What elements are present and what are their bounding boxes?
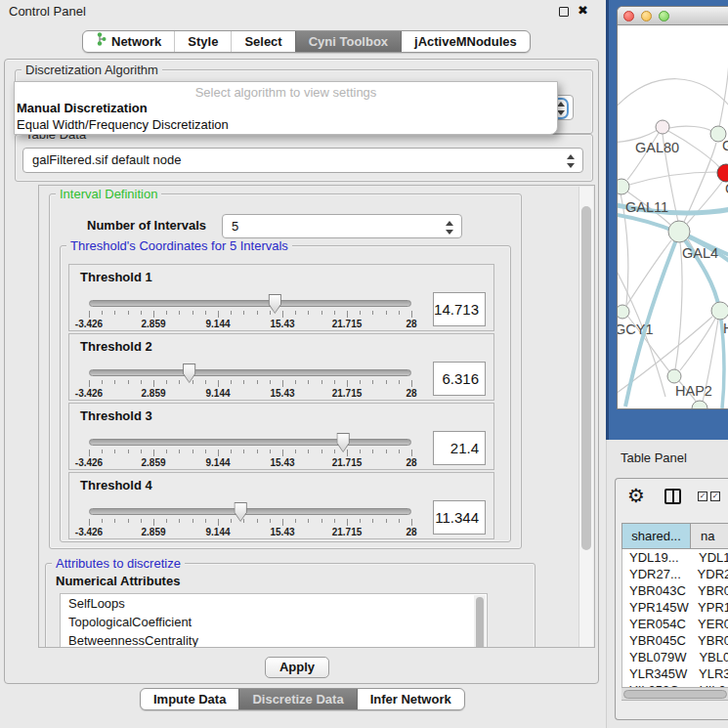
h-node[interactable] bbox=[711, 302, 728, 320]
table-row[interactable]: YBR043CYBR0 bbox=[622, 582, 728, 599]
table-cell-name: YDR2 bbox=[690, 566, 728, 582]
tick-mark bbox=[270, 519, 271, 523]
hap2-node[interactable] bbox=[667, 369, 681, 383]
tick-mark bbox=[89, 450, 90, 456]
tab-impute-data[interactable]: Impute Data bbox=[141, 689, 238, 709]
tick-label: 21.715 bbox=[332, 319, 363, 329]
table-row[interactable]: YDL19...YDL1 bbox=[622, 549, 728, 566]
scrollbar-thumb[interactable] bbox=[581, 206, 591, 550]
scrollbar-thumb[interactable] bbox=[476, 597, 484, 648]
threshold-value-field[interactable]: 21.4 bbox=[433, 431, 486, 465]
horizontal-scrollbar[interactable] bbox=[621, 687, 728, 701]
tick-mark bbox=[128, 450, 129, 453]
checkbox-icon[interactable]: ✓ bbox=[698, 492, 707, 501]
tick-mark bbox=[257, 380, 258, 384]
tab-style[interactable]: Style bbox=[174, 31, 231, 52]
zoom-button[interactable] bbox=[659, 11, 669, 21]
threshold-value-field[interactable]: 14.713 bbox=[433, 292, 486, 326]
tick-mark bbox=[179, 519, 180, 523]
algorithm-popup: Select algorithm to view settingsManual … bbox=[14, 81, 558, 135]
attribute-list-item[interactable]: SelfLoops bbox=[61, 594, 487, 613]
vertical-scrollbar[interactable] bbox=[578, 187, 593, 647]
scrollbar-thumb[interactable] bbox=[623, 690, 727, 699]
numerical-attributes-list[interactable]: SelfLoopsTopologicalCoefficientBetweenne… bbox=[60, 593, 488, 648]
network-edge[interactable] bbox=[680, 319, 715, 370]
column-header-shared[interactable]: shared... bbox=[621, 523, 691, 549]
table-header: shared... na bbox=[621, 523, 728, 549]
tick-label: 2.859 bbox=[141, 388, 165, 399]
threshold-block: Threshold 4-3.4262.8599.14415.4321.71528… bbox=[68, 472, 494, 539]
close-icon[interactable]: ✖ bbox=[578, 3, 588, 18]
table-row[interactable]: YBL079WYBL0 bbox=[622, 649, 728, 665]
window-titlebar[interactable] bbox=[618, 7, 728, 25]
popup-option[interactable]: Equal Width/Frequency Discretization bbox=[15, 116, 557, 133]
float-window-icon[interactable] bbox=[559, 7, 569, 17]
slider-ticks bbox=[89, 311, 411, 319]
column-header-name[interactable]: na bbox=[691, 523, 728, 549]
thresholds-group: Threshold's Coordinates for 5 Intervals … bbox=[60, 245, 511, 542]
gear-icon[interactable]: ⚙ bbox=[627, 484, 645, 507]
threshold-value-field[interactable]: 6.316 bbox=[433, 362, 486, 396]
tick-mark bbox=[231, 311, 232, 315]
tick-mark bbox=[386, 519, 387, 523]
table-row[interactable]: YER054CYER0 bbox=[622, 616, 728, 632]
network-edge[interactable] bbox=[629, 172, 717, 185]
apply-button[interactable]: Apply bbox=[265, 657, 329, 678]
columns-icon[interactable] bbox=[664, 489, 681, 504]
threshold-value-field[interactable]: 11.344 bbox=[433, 500, 486, 535]
tab-select[interactable]: Select bbox=[231, 31, 294, 52]
table-row[interactable]: YLR345WYLR3 bbox=[622, 665, 728, 682]
minimize-button[interactable] bbox=[641, 11, 652, 21]
gal4-node[interactable] bbox=[668, 221, 690, 242]
table-row[interactable]: YDR27...YDR2 bbox=[622, 566, 728, 582]
tab-jactivemnodules[interactable]: jActiveMNodules bbox=[401, 31, 530, 52]
tick-mark bbox=[166, 450, 167, 453]
tab-label: Style bbox=[188, 31, 218, 52]
tick-mark bbox=[295, 450, 296, 453]
network-edge[interactable] bbox=[675, 242, 682, 369]
tick-mark bbox=[179, 380, 180, 384]
tab-network[interactable]: Network bbox=[83, 31, 174, 52]
close-button[interactable] bbox=[623, 11, 634, 21]
numerical-attributes-label: Numerical Attributes bbox=[56, 574, 180, 588]
gal80-node[interactable] bbox=[656, 120, 669, 134]
popup-option[interactable]: Manual Discretization bbox=[15, 100, 557, 116]
network-edge[interactable] bbox=[669, 126, 711, 131]
tick-mark bbox=[282, 450, 283, 456]
tick-mark bbox=[321, 450, 322, 453]
tab-infer-network[interactable]: Infer Network bbox=[357, 689, 464, 709]
bottom-node[interactable] bbox=[692, 401, 707, 409]
table-row[interactable]: YBR045CYBR0 bbox=[622, 632, 728, 649]
number-of-intervals-combobox[interactable]: 5 bbox=[222, 214, 462, 238]
tick-mark bbox=[179, 311, 180, 315]
bottom-tabbar: Impute DataDiscretize DataInfer Network bbox=[140, 688, 465, 710]
tick-mark bbox=[321, 311, 322, 315]
slider-track[interactable] bbox=[89, 439, 411, 446]
table-row[interactable]: YPR145WYPR1 bbox=[622, 599, 728, 616]
attribute-list-item[interactable]: BetweennessCentrality bbox=[61, 631, 487, 648]
slider-track[interactable] bbox=[89, 369, 411, 376]
combo-spinner-icon[interactable] bbox=[444, 220, 454, 236]
interval-definition-title: Interval Definition bbox=[56, 187, 161, 201]
combo-spinner-icon[interactable] bbox=[565, 153, 576, 169]
network-edge[interactable] bbox=[618, 79, 728, 115]
tab-cyni-toolbox[interactable]: Cyni Toolbox bbox=[295, 31, 401, 52]
tick-mark bbox=[205, 519, 206, 523]
network-canvas[interactable]: GAL80GACGAL11GAL4GCY1HHAP2 bbox=[618, 25, 728, 409]
gcy1-node[interactable] bbox=[618, 305, 629, 319]
tick-label: 9.144 bbox=[205, 319, 230, 329]
network-edge[interactable] bbox=[719, 61, 728, 127]
tick-mark bbox=[308, 519, 309, 523]
tick-mark bbox=[231, 380, 232, 384]
slider-track[interactable] bbox=[89, 300, 411, 307]
tab-discretize-data[interactable]: Discretize Data bbox=[238, 689, 356, 709]
gal11-node[interactable] bbox=[618, 179, 629, 194]
list-scrollbar[interactable] bbox=[474, 595, 486, 648]
checkbox-icon[interactable]: ✓ bbox=[710, 492, 720, 501]
tick-mark bbox=[334, 519, 335, 523]
table-data-combobox[interactable]: galFiltered.sif default node bbox=[22, 148, 583, 173]
slider-track[interactable] bbox=[89, 508, 411, 515]
table-cell-name: YBR0 bbox=[690, 632, 728, 649]
tick-labels: -3.4262.8599.14415.4321.71528 bbox=[89, 319, 411, 329]
attribute-list-item[interactable]: TopologicalCoefficient bbox=[61, 613, 487, 631]
